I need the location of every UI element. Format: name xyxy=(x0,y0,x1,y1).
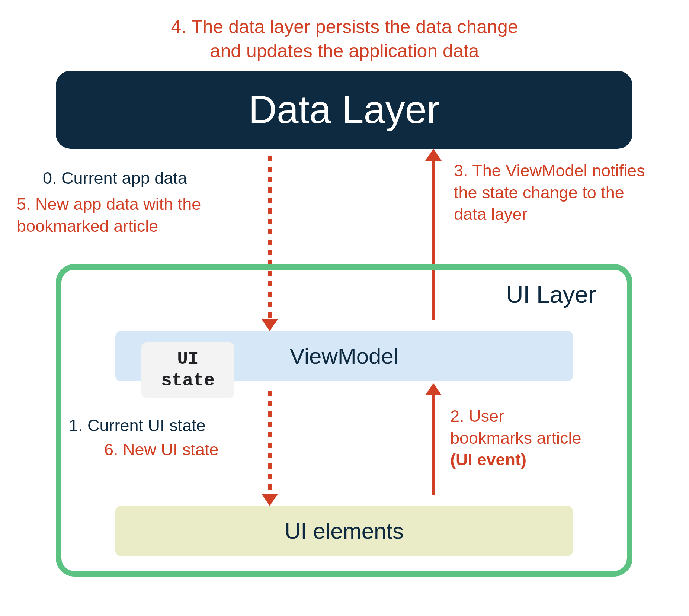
data-layer-title: Data Layer xyxy=(249,87,440,132)
step-4-line2: and updates the application data xyxy=(210,41,479,61)
ui-layer-title: UI Layer xyxy=(506,281,596,308)
step-2-bold: (UI event) xyxy=(450,450,526,469)
step-3-note: 3. The ViewModel notifies the state chan… xyxy=(454,160,647,225)
step-4-caption: 4. The data layer persists the data chan… xyxy=(0,15,689,63)
ui-elements-box: UI elements xyxy=(115,506,573,556)
step-0-note: 0. Current app data xyxy=(43,167,244,189)
arrow-uielements-to-viewmodel xyxy=(432,394,435,495)
step-5-note: 5. New app data with the bookmarked arti… xyxy=(17,193,255,237)
step-6-note: 6. New UI state xyxy=(104,439,257,461)
step-2-text: 2. User bookmarks article xyxy=(450,407,581,447)
viewmodel-title: ViewModel xyxy=(290,343,398,369)
step-4-line1: 4. The data layer persists the data chan… xyxy=(171,16,518,37)
arrow-viewmodel-to-uielements xyxy=(268,391,272,495)
step-2-note: 2. User bookmarks article (UI event) xyxy=(450,405,584,471)
ui-elements-title: UI elements xyxy=(285,518,404,544)
ui-state-badge: UI state xyxy=(141,342,234,398)
diagram-canvas: { "caption_top_line1": "4. The data laye… xyxy=(0,0,689,616)
step-1-note: 1. Current UI state xyxy=(69,415,255,437)
data-layer-box: Data Layer xyxy=(56,71,632,149)
